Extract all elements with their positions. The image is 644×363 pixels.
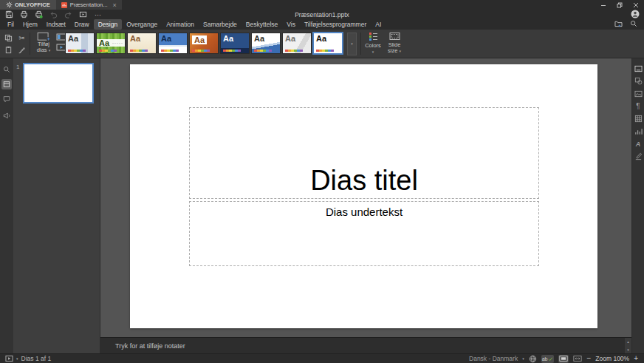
- menu-tab[interactable]: Overgange: [122, 19, 162, 30]
- theme-color-dots: [161, 50, 179, 52]
- start-slideshow-status-icon[interactable]: [5, 355, 13, 362]
- theme-color-dots: [316, 50, 334, 52]
- find-icon[interactable]: [1, 64, 12, 75]
- theme-thumbnail[interactable]: Aa: [189, 33, 219, 54]
- chevron-down-icon[interactable]: ▾: [522, 357, 524, 361]
- colors-button[interactable]: Colors▾: [363, 32, 383, 55]
- slides-panel-icon[interactable]: [1, 79, 12, 89]
- theme-thumbnail[interactable]: Aa: [158, 33, 188, 54]
- theme-preview-label: Aa: [192, 35, 207, 44]
- theme-thumbnail[interactable]: Aa: [251, 33, 281, 54]
- copy-style-icon[interactable]: [17, 45, 27, 54]
- menu-tab-label: Design: [98, 21, 117, 28]
- chevron-down-icon: ▾: [372, 50, 374, 54]
- zoom-out-button[interactable]: −: [586, 355, 591, 362]
- application-window: ONLYOFFICE Præsentation... × Præsentatio…: [0, 0, 644, 363]
- theme-thumbnail[interactable]: Aa: [65, 33, 95, 54]
- menu-tab-label: Fil: [7, 21, 14, 28]
- language-selector[interactable]: Dansk - Danmark: [469, 355, 518, 362]
- notes-area[interactable]: Tryk for at tilføje notater: [100, 337, 632, 353]
- slide-number-label: 1: [16, 64, 19, 70]
- restore-button[interactable]: [612, 0, 628, 10]
- add-slide-label: Tilføj dias: [37, 41, 49, 53]
- add-slide-button[interactable]: Tilføj dias ▾: [32, 32, 55, 53]
- window-controls: [595, 0, 644, 10]
- close-button[interactable]: [628, 0, 644, 10]
- theme-color-dots: [192, 50, 210, 52]
- theme-thumbnail[interactable]: Aa: [282, 33, 312, 54]
- scroll-down-icon[interactable]: ▾: [625, 346, 631, 354]
- paragraph-settings-icon[interactable]: ¶: [634, 102, 643, 110]
- theme-thumbnail[interactable]: Aa: [313, 33, 343, 54]
- menu-tab[interactable]: Design: [94, 19, 122, 30]
- feedback-icon[interactable]: [1, 110, 12, 121]
- menu-tab[interactable]: Beskyttelse: [242, 19, 282, 30]
- slide[interactable]: Dias titel Dias undertekst: [130, 64, 597, 328]
- spell-check-toggle[interactable]: ab: [541, 355, 555, 363]
- menu-tab-label: Draw: [75, 21, 89, 28]
- menu-tab[interactable]: Animation: [162, 19, 199, 30]
- zoom-in-button[interactable]: +: [634, 355, 638, 362]
- paste-icon[interactable]: [4, 45, 13, 54]
- fit-to-slide-button[interactable]: [558, 355, 569, 363]
- menu-tab[interactable]: Samarbejde: [199, 19, 242, 30]
- theme-preview-deco: -----: [112, 41, 123, 45]
- menu-tab-label: Samarbejde: [203, 21, 237, 28]
- slide-counter-label: Dias 1 af 1: [21, 355, 52, 362]
- slide-title-placeholder[interactable]: Dias titel: [189, 107, 539, 199]
- redo-button[interactable]: [64, 10, 73, 19]
- menu-tab[interactable]: Hjem: [18, 19, 42, 30]
- tab-close-icon[interactable]: ×: [113, 1, 117, 9]
- menu-tab-bar: Fil Hjem Indsæt Draw Design Overgange An…: [0, 19, 644, 30]
- slide-thumbnail[interactable]: [23, 63, 94, 104]
- theme-thumbnail[interactable]: Aa: [127, 33, 157, 54]
- more-actions-button[interactable]: ···: [93, 10, 103, 19]
- user-avatar[interactable]: [631, 10, 640, 18]
- start-slideshow-button[interactable]: [78, 10, 88, 19]
- app-logo[interactable]: ONLYOFFICE: [0, 0, 56, 10]
- colors-label: Colors: [365, 42, 381, 49]
- copy-icon[interactable]: [4, 33, 13, 42]
- document-tab[interactable]: Præsentation... ×: [56, 0, 122, 10]
- theme-color-dots: [254, 50, 272, 52]
- theme-gallery-expand-button[interactable]: ▾: [347, 33, 357, 55]
- chevron-down-icon: ▾: [351, 42, 353, 46]
- cut-icon[interactable]: ✂: [17, 33, 27, 42]
- spell-check-icon: ab: [542, 356, 548, 362]
- chevron-down-icon: ▾: [399, 49, 401, 53]
- menu-tab-label: Indsæt: [47, 21, 66, 28]
- menu-tab[interactable]: Draw: [70, 19, 94, 30]
- shape-settings-icon[interactable]: [634, 77, 643, 85]
- theme-color-dots: [130, 50, 148, 52]
- slide-size-button[interactable]: Slide size ▾: [384, 32, 405, 54]
- theme-thumbnail[interactable]: Aa: [220, 33, 250, 54]
- ribbon: ✂ Tilføj dias ▾ ▾ ▾: [0, 30, 644, 58]
- slide-subtitle-placeholder[interactable]: Dias undertekst: [189, 201, 539, 266]
- chevron-down-icon[interactable]: ▾: [16, 357, 18, 361]
- scroll-up-icon[interactable]: ▴: [625, 338, 631, 346]
- print-button[interactable]: [19, 10, 29, 19]
- document-language-icon[interactable]: [529, 355, 537, 363]
- undo-button[interactable]: [49, 10, 58, 19]
- chart-settings-icon[interactable]: [634, 127, 643, 135]
- comments-icon[interactable]: [1, 94, 12, 104]
- open-file-location-icon[interactable]: [614, 20, 623, 27]
- image-settings-icon[interactable]: [634, 89, 643, 98]
- table-settings-icon[interactable]: [634, 115, 643, 123]
- fit-to-width-button[interactable]: [573, 355, 582, 362]
- menu-tab[interactable]: AI: [371, 19, 386, 30]
- quick-print-button[interactable]: [34, 10, 44, 19]
- theme-thumbnail[interactable]: Aa -----: [96, 33, 126, 54]
- menu-tab[interactable]: Tilføjelsesprogrammer: [300, 19, 371, 30]
- menu-tab-label: Overgange: [126, 21, 157, 28]
- menu-tab[interactable]: Indsæt: [42, 19, 70, 30]
- save-button[interactable]: [4, 10, 14, 19]
- menu-tab[interactable]: Fil: [3, 19, 18, 30]
- signature-settings-icon[interactable]: [634, 152, 643, 160]
- textart-settings-icon[interactable]: A: [634, 140, 643, 148]
- search-icon[interactable]: [630, 20, 637, 27]
- menu-tab-label: AI: [375, 21, 381, 28]
- slide-settings-icon[interactable]: [634, 64, 643, 72]
- menu-tab[interactable]: Vis: [282, 19, 300, 30]
- minimize-button[interactable]: [595, 0, 612, 10]
